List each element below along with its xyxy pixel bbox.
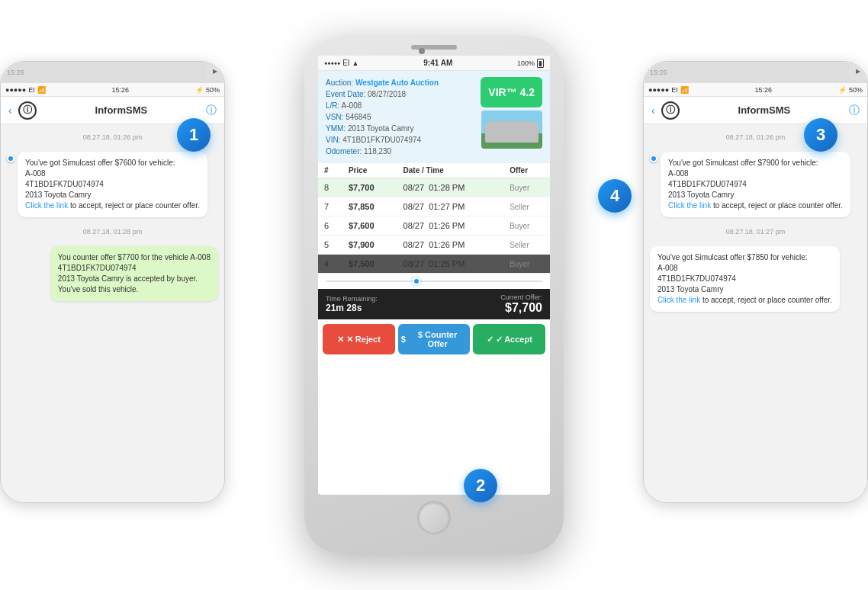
right-logo: ⓘ bbox=[661, 101, 680, 120]
auction-header: Auction: Westgate Auto Auction Event Dat… bbox=[318, 71, 550, 163]
vir-text: VIR™ 4.2 bbox=[488, 85, 535, 101]
left-wifi-icon: 📶 bbox=[37, 86, 46, 94]
car-silhouette bbox=[485, 121, 538, 143]
timer-bar: Time Remaining: 21m 28s Current Offer: $… bbox=[318, 289, 550, 319]
ymm-row: YMM: 2013 Toyota Camry bbox=[326, 123, 476, 134]
cell-num: 8 bbox=[318, 178, 342, 197]
left-nav-title: InformSMS bbox=[43, 104, 200, 116]
left-status-bar: ●●●●● EI 📶 15:26 ⚡ 50% bbox=[1, 83, 224, 97]
right-timestamp-2: 08.27.18, 01:27 pm bbox=[650, 228, 861, 236]
offer-table: # Price Date / Time Offer 8 $7,700 08/27… bbox=[318, 163, 550, 274]
left-dots: ●●●●● bbox=[5, 86, 26, 94]
right-link-1[interactable]: Click the link bbox=[668, 201, 711, 210]
cell-datetime: 08/27 01:27 PM bbox=[397, 197, 504, 216]
accept-label: ✓ Accept bbox=[496, 335, 532, 345]
home-button[interactable] bbox=[417, 501, 451, 534]
table-row: 8 $7,700 08/27 01:28 PM Buyer bbox=[318, 178, 550, 197]
cell-price: $7,850 bbox=[342, 197, 397, 216]
current-offer-label: Current Offer: bbox=[500, 293, 542, 301]
left-carrier: EI bbox=[28, 86, 35, 94]
right-bubble-1: You've got Simulcast offer $7900 for veh… bbox=[661, 152, 850, 217]
left-scroll: ▶ bbox=[206, 62, 224, 80]
badge-4-text: 4 bbox=[610, 186, 619, 206]
cell-offer: Buyer bbox=[503, 178, 550, 197]
left-header-bar: 15:26 ▶ bbox=[1, 62, 224, 83]
col-price: Price bbox=[342, 163, 397, 178]
event-date-row: Event Date: 08/27/2018 bbox=[326, 88, 476, 100]
left-bubble-1: You've got Simulcast offer $7600 for veh… bbox=[18, 152, 207, 217]
right-chat-area: 08.27.18, 01:26 pm You've got Simulcast … bbox=[644, 124, 867, 502]
left-back-icon[interactable]: ‹ bbox=[8, 104, 12, 117]
table-row: 4 $7,500 08/27 01:25 PM Buyer bbox=[318, 255, 550, 274]
main-scene: 15:26 ▶ ●●●●● EI 📶 15:26 ⚡ 50% ‹ ⓘ Infor… bbox=[0, 0, 868, 590]
right-header-text: 15:26 bbox=[650, 69, 861, 76]
cell-price: $7,900 bbox=[342, 236, 397, 255]
center-wifi-icon: ▲ bbox=[352, 59, 359, 67]
right-status-left: ●●●●● EI 📶 bbox=[648, 86, 689, 94]
center-battery-icon: ▮ bbox=[537, 59, 544, 68]
cell-num: 5 bbox=[318, 236, 342, 255]
vsn-label: VSN: bbox=[326, 113, 343, 121]
cell-num: 4 bbox=[318, 255, 342, 274]
left-dot-1 bbox=[7, 155, 14, 162]
vin-row: VIN: 4T1BD1FK7DU074974 bbox=[326, 134, 476, 146]
center-status-left: ●●●●● EI ▲ bbox=[324, 59, 359, 67]
badge-4: 4 bbox=[598, 179, 632, 213]
accept-button[interactable]: ✓ ✓ Accept bbox=[473, 324, 545, 354]
left-link-1[interactable]: Click the link bbox=[25, 201, 68, 210]
left-info-icon[interactable]: ⓘ bbox=[206, 104, 217, 117]
center-status-right: 100% ▮ bbox=[517, 59, 544, 68]
current-offer-value: $7,700 bbox=[500, 301, 542, 315]
right-scroll: ▶ bbox=[849, 62, 867, 80]
vin-label: VIN: bbox=[326, 136, 340, 144]
right-back-icon[interactable]: ‹ bbox=[651, 104, 655, 117]
left-chat-area: 08.27.18, 01:26 pm You've got Simulcast … bbox=[1, 124, 224, 502]
counter-icon: $ bbox=[401, 335, 406, 344]
phone-notch bbox=[411, 45, 457, 50]
timer-left: Time Remaining: 21m 28s bbox=[326, 295, 378, 313]
right-wifi-icon: 📶 bbox=[680, 86, 689, 94]
cell-offer: Seller bbox=[503, 236, 550, 255]
table-row: 5 $7,900 08/27 01:26 PM Seller bbox=[318, 236, 550, 255]
right-status-bar: ●●●●● EI 📶 15:26 ⚡ 50% bbox=[644, 83, 867, 97]
ymm-value: 2013 Toyota Camry bbox=[348, 124, 414, 133]
col-offer: Offer bbox=[503, 163, 550, 178]
auction-info: Auction: Westgate Auto Auction Event Dat… bbox=[326, 77, 476, 157]
timer-label: Time Remaining: bbox=[326, 295, 378, 303]
left-logo: ⓘ bbox=[18, 101, 37, 120]
counter-button[interactable]: $ $ Counter Offer bbox=[398, 324, 471, 354]
right-bubble-2: You've got Simulcast offer $7850 for veh… bbox=[650, 246, 840, 312]
timer-right: Current Offer: $7,700 bbox=[500, 293, 542, 315]
left-status-left: ●●●●● EI 📶 bbox=[5, 86, 46, 94]
right-dot-1 bbox=[650, 155, 657, 162]
left-header-text: 15:26 bbox=[7, 69, 218, 76]
badge-3: 3 bbox=[804, 118, 837, 152]
vsn-row: VSN: 546845 bbox=[326, 111, 476, 123]
right-bluetooth-icon: ⚡ bbox=[838, 86, 847, 94]
lr-value: A-008 bbox=[342, 101, 362, 110]
cell-datetime: 08/27 01:26 PM bbox=[397, 216, 504, 236]
right-info-icon[interactable]: ⓘ bbox=[849, 104, 860, 117]
vsn-value: 546845 bbox=[346, 113, 371, 121]
accept-icon: ✓ bbox=[487, 335, 493, 345]
right-msg-2-text: You've got Simulcast offer $7850 for veh… bbox=[657, 253, 807, 293]
left-bubble-2: You counter offer $7700 for the vehicle … bbox=[50, 246, 218, 301]
cell-price: $7,700 bbox=[342, 178, 397, 197]
right-msg-1-text: You've got Simulcast offer $7900 for veh… bbox=[668, 159, 818, 199]
reject-button[interactable]: ✕ ✕ Reject bbox=[323, 324, 395, 354]
right-link-2[interactable]: Click the link bbox=[657, 296, 700, 304]
left-bluetooth-icon: ⚡ bbox=[195, 86, 204, 94]
cell-price: $7,500 bbox=[342, 255, 397, 274]
cell-offer: Seller bbox=[503, 197, 550, 216]
cell-datetime: 08/27 01:26 PM bbox=[397, 236, 504, 255]
timeline-bar bbox=[318, 274, 550, 289]
left-msg-1-suffix: to accept, reject or place counter offer… bbox=[70, 201, 200, 210]
right-msg-2-suffix: to accept, reject or place counter offer… bbox=[702, 296, 832, 304]
event-date-value: 08/27/2018 bbox=[368, 90, 406, 98]
center-time: 9:41 AM bbox=[423, 59, 452, 67]
table-row: 6 $7,600 08/27 01:26 PM Buyer bbox=[318, 216, 550, 236]
odometer-label: Odometer: bbox=[326, 147, 362, 156]
cell-num: 7 bbox=[318, 197, 342, 216]
col-datetime: Date / Time bbox=[397, 163, 504, 178]
timer-value: 21m 28s bbox=[326, 303, 378, 313]
